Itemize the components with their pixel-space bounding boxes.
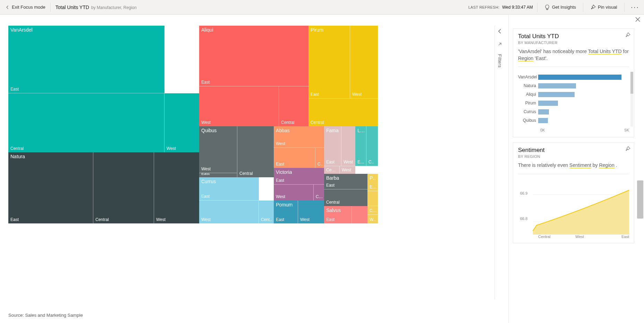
cell-region: East	[326, 160, 334, 164]
bar-row: Currus	[518, 108, 629, 116]
cell-manufacturer: VanArsdel	[10, 27, 33, 33]
pin-insight-button[interactable]	[625, 146, 630, 153]
treemap-cell[interactable]: SalvusEast	[324, 206, 352, 223]
filters-icon-button[interactable]	[497, 41, 503, 48]
expand-filters-button[interactable]	[497, 28, 503, 35]
chevron-left-icon	[497, 28, 503, 34]
ytick: 66.8	[520, 216, 527, 221]
pin-icon	[590, 5, 596, 10]
treemap-cell[interactable]: Cent..	[259, 201, 274, 223]
treemap-cell[interactable]: Cen..	[367, 206, 378, 215]
treemap-cell[interactable]: Central	[93, 152, 154, 223]
lightbulb-icon	[544, 5, 550, 10]
cell-manufacturer: Quibus	[201, 128, 217, 133]
more-options-button[interactable]: ···	[629, 3, 641, 12]
bar-row: Pirum	[518, 99, 629, 107]
treemap-cell[interactable]: AliquiEast	[199, 26, 308, 86]
cell-region: Cen..	[370, 208, 376, 213]
divider	[583, 3, 583, 12]
cell-manufacturer: Pirum	[311, 27, 323, 33]
pin-visual-button[interactable]: Pin visual	[587, 0, 620, 14]
workspace: VanArsdelEastCentralWestNaturaEastCentra…	[0, 15, 644, 323]
bar-label: Quibus	[518, 118, 538, 123]
cell-manufacturer: Victoria	[276, 169, 292, 175]
cell-manufacturer: Salvus	[326, 207, 341, 213]
treemap-cell[interactable]: Central	[279, 86, 308, 126]
treemap-cell[interactable]: West	[341, 126, 355, 166]
treemap-cell[interactable]: West	[298, 201, 324, 223]
cell-region: West	[344, 160, 353, 164]
treemap-cell[interactable]: C..	[366, 126, 378, 166]
filters-label: Filters	[497, 54, 502, 68]
cell-region: Central	[95, 217, 109, 222]
treemap-cell[interactable]: West	[340, 166, 355, 174]
bar-fill	[538, 118, 548, 123]
bar-label: VanArsdel	[518, 75, 538, 79]
treemap-cell[interactable]: West	[367, 215, 378, 223]
treemap-cell[interactable]: Cent..	[314, 185, 324, 201]
treemap-cell[interactable]: East	[274, 148, 315, 168]
cell-region: East	[201, 194, 210, 199]
treemap-cell[interactable]: CurrusEast	[199, 177, 259, 201]
treemap-cell[interactable]: Central	[237, 126, 274, 177]
arrow-icon	[497, 41, 503, 47]
scrollbar-thumb[interactable]	[637, 180, 643, 219]
treemap-cell[interactable]: East	[199, 173, 237, 177]
treemap-cell[interactable]	[367, 191, 378, 206]
insight-subtitle: BY REGION	[518, 154, 629, 159]
treemap-cell[interactable]: West	[199, 86, 279, 126]
treemap-cell[interactable]: VictoriaEast	[274, 168, 324, 185]
cell-region: Central	[326, 200, 340, 205]
treemap-cell[interactable]: AbbasWest	[274, 126, 324, 148]
treemap-cell[interactable]: Central	[308, 99, 378, 126]
treemap-cell[interactable]: West	[154, 152, 199, 223]
treemap-cell[interactable]: PomumEast	[274, 201, 298, 223]
bar-row: VanArsdel	[518, 73, 629, 81]
treemap-cell[interactable]: Central	[324, 189, 367, 206]
exit-focus-button[interactable]: Exit Focus mode	[6, 5, 45, 10]
cell-region: East	[276, 162, 284, 167]
area-svg	[518, 179, 629, 242]
treemap-cell[interactable]	[352, 206, 367, 223]
treemap-cell[interactable]: West	[350, 26, 378, 99]
treemap-cell[interactable]: West	[164, 93, 199, 152]
cell-region: West	[370, 217, 376, 222]
bar-fill	[538, 109, 549, 114]
treemap-cell[interactable]: West	[274, 185, 314, 201]
treemap-cell[interactable]: BarbaEast	[324, 174, 367, 189]
treemap-cell[interactable]: NaturaEast	[8, 152, 93, 223]
treemap-cell[interactable]: Central	[324, 166, 340, 174]
get-insights-button[interactable]: Get Insights	[542, 0, 579, 14]
last-refresh-label: LAST REFRESH:	[468, 5, 500, 9]
treemap-cell[interactable]: Central	[8, 93, 164, 152]
chart-scrollbar[interactable]	[630, 72, 633, 127]
insight-card-1[interactable]: Total Units YTD BY MANUFACTURER 'VanArsd…	[513, 28, 634, 137]
cell-region: Cent..	[316, 194, 323, 199]
insight-barchart[interactable]: VanArsdelNaturaAliquiPirumCurrusQuibus	[518, 72, 629, 127]
cell-region: East	[370, 185, 376, 189]
treemap-cell[interactable]: QuibusWest	[199, 126, 237, 173]
focus-header: Exit Focus mode Total Units YTD by Manuf…	[0, 0, 644, 15]
divider	[624, 3, 625, 12]
bar-row: Quibus	[518, 117, 629, 124]
treemap-visual[interactable]: VanArsdelEastCentralWestNaturaEastCentra…	[8, 26, 494, 223]
treemap-cell[interactable]: Ce..	[315, 148, 324, 168]
insight-areachart[interactable]: 66.9 66.8 Central West East	[518, 179, 629, 238]
pin-insight-button[interactable]	[625, 32, 630, 39]
close-insights-button[interactable]	[635, 17, 641, 23]
treemap-cell[interactable]: FamaEast	[324, 126, 341, 166]
treemap-cell[interactable]: West	[199, 201, 259, 223]
insights-panel: Total Units YTD BY MANUFACTURER 'VanArsd…	[509, 15, 644, 323]
insight-description: 'VanArsdel' has noticeably more Total Un…	[518, 48, 629, 62]
cell-region: West	[276, 194, 285, 199]
treemap-cell[interactable]: LeoEast	[355, 126, 366, 166]
insight-card-2[interactable]: Sentiment BY REGION There is relatively …	[513, 142, 634, 243]
treemap-cell[interactable]: PirumEast	[308, 26, 350, 99]
treemap-cell[interactable]: VanArsdelEast	[8, 26, 164, 93]
treemap-cell[interactable]: Pal..East	[367, 174, 378, 191]
cell-manufacturer: Natura	[10, 154, 25, 159]
cell-region: Central	[311, 120, 324, 125]
cell-region: East	[357, 160, 365, 164]
chevron-left-icon	[6, 5, 10, 9]
pin-visual-label: Pin visual	[598, 5, 617, 10]
